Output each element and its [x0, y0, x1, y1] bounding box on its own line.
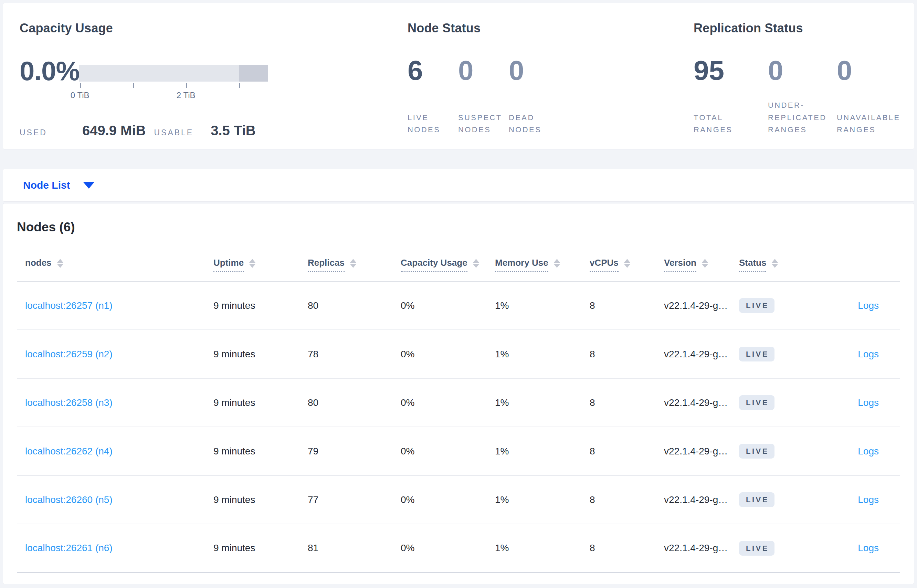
axis-tick	[80, 83, 81, 88]
table-row: localhost:26260 (n5) 9 minutes 77 0% 1% …	[17, 475, 900, 524]
sort-icon	[473, 259, 479, 268]
node-link[interactable]: localhost:26259 (n2)	[25, 349, 113, 359]
column-header-capacity-usage[interactable]: Capacity Usage	[401, 248, 495, 281]
table-row: localhost:26262 (n4) 9 minutes 79 0% 1% …	[17, 427, 900, 475]
logs-link[interactable]: Logs	[858, 446, 879, 457]
capacity-cell: 0%	[401, 378, 495, 427]
under-replicated-ranges-value: 0	[768, 55, 783, 86]
vcpus-cell: 8	[590, 281, 664, 330]
nodes-section-title: Nodes (6)	[17, 220, 75, 234]
unavailable-ranges-value: 0	[837, 55, 852, 86]
memory-cell: 1%	[495, 330, 590, 378]
suspect-nodes-label: SUSPECT NODES	[458, 111, 504, 136]
sort-icon	[554, 259, 560, 268]
memory-cell: 1%	[495, 427, 590, 475]
node-link[interactable]: localhost:26261 (n6)	[25, 543, 113, 553]
logs-link[interactable]: Logs	[858, 543, 879, 553]
sort-icon	[772, 259, 778, 268]
cluster-summary-card: Capacity Usage 0.0% 0 TiB 2 TiB USED 649…	[3, 3, 914, 149]
status-badge: LIVE	[739, 492, 775, 507]
table-row: localhost:26258 (n3) 9 minutes 80 0% 1% …	[17, 378, 900, 427]
vcpus-cell: 8	[590, 475, 664, 524]
dead-nodes-stat: 0 DEAD NODES	[509, 3, 567, 149]
logs-link[interactable]: Logs	[858, 397, 879, 408]
memory-cell: 1%	[495, 524, 590, 572]
capacity-usage-title: Capacity Usage	[19, 21, 113, 36]
sort-icon	[57, 259, 63, 268]
sort-icon	[702, 259, 708, 268]
capacity-cell: 0%	[401, 281, 495, 330]
node-status-panel: Node Status 6 LIVE NODES 0 SUSPECT NODES…	[408, 3, 694, 149]
used-label: USED	[19, 128, 47, 137]
capacity-cell: 0%	[401, 330, 495, 378]
unavailable-ranges-label: UNAVAILABLE RANGES	[837, 111, 911, 136]
node-link[interactable]: localhost:26262 (n4)	[25, 446, 113, 457]
suspect-nodes-value: 0	[458, 55, 474, 86]
suspect-nodes-stat: 0 SUSPECT NODES	[458, 3, 509, 149]
capacity-bar	[79, 65, 268, 82]
column-header-uptime[interactable]: Uptime	[213, 248, 308, 281]
capacity-footer: USED 649.9 MiB USABLE 3.5 TiB	[19, 123, 256, 138]
total-ranges-label: TOTAL RANGES	[694, 111, 747, 136]
memory-cell: 1%	[495, 475, 590, 524]
column-header-nodes[interactable]: nodes	[17, 248, 213, 281]
axis-tick-label: 0 TiB	[71, 90, 89, 100]
replicas-cell: 78	[308, 330, 401, 378]
logs-link[interactable]: Logs	[858, 494, 879, 505]
axis-tick	[133, 83, 134, 88]
column-header-status[interactable]: Status	[739, 248, 813, 281]
sort-icon	[350, 259, 356, 268]
version-cell: v22.1.4-29-g…	[664, 427, 739, 475]
sort-icon	[249, 259, 255, 268]
capacity-cell: 0%	[401, 524, 495, 572]
replicas-cell: 80	[308, 281, 401, 330]
table-row: localhost:26261 (n6) 9 minutes 81 0% 1% …	[17, 524, 900, 572]
replicas-cell: 81	[308, 524, 401, 572]
live-nodes-label: LIVE NODES	[408, 111, 453, 136]
capacity-used-percent: 0.0%	[19, 55, 79, 87]
axis-tick	[239, 83, 240, 88]
live-nodes-value: 6	[408, 55, 423, 86]
replicas-cell: 80	[308, 378, 401, 427]
uptime-cell: 9 minutes	[213, 475, 308, 524]
uptime-cell: 9 minutes	[213, 427, 308, 475]
column-header-memory-use[interactable]: Memory Use	[495, 248, 590, 281]
under-replicated-ranges-stat: 0 UNDER-REPLICATED RANGES	[768, 3, 837, 149]
nodes-card: Nodes (6) nodes Uptime Replicas	[3, 203, 914, 584]
replication-status-panel: Replication Status 95 TOTAL RANGES 0 UND…	[694, 3, 914, 149]
vcpus-cell: 8	[590, 524, 664, 572]
table-row: localhost:26257 (n1) 9 minutes 80 0% 1% …	[17, 281, 900, 330]
axis-tick-label: 2 TiB	[177, 90, 195, 100]
column-header-logs	[813, 248, 900, 281]
logs-link[interactable]: Logs	[858, 349, 879, 359]
sort-icon	[624, 259, 630, 268]
column-header-replicas[interactable]: Replicas	[308, 248, 401, 281]
logs-link[interactable]: Logs	[858, 300, 879, 311]
status-badge: LIVE	[739, 444, 775, 459]
node-link[interactable]: localhost:26258 (n3)	[25, 397, 113, 408]
vcpus-cell: 8	[590, 427, 664, 475]
chevron-down-icon[interactable]	[83, 182, 94, 189]
capacity-usage-panel: Capacity Usage 0.0% 0 TiB 2 TiB USED 649…	[3, 3, 408, 149]
node-list-dropdown[interactable]: Node List	[23, 179, 70, 191]
nodes-table: nodes Uptime Replicas Capacity Usage Mem…	[17, 248, 900, 573]
dead-nodes-value: 0	[509, 55, 524, 86]
total-ranges-value: 95	[694, 55, 724, 86]
version-cell: v22.1.4-29-g…	[664, 378, 739, 427]
under-replicated-ranges-label: UNDER-REPLICATED RANGES	[768, 99, 837, 136]
table-header-row: nodes Uptime Replicas Capacity Usage Mem…	[17, 248, 900, 281]
uptime-cell: 9 minutes	[213, 378, 308, 427]
vcpus-cell: 8	[590, 378, 664, 427]
replication-stats: 95 TOTAL RANGES 0 UNDER-REPLICATED RANGE…	[694, 3, 917, 149]
version-cell: v22.1.4-29-g…	[664, 330, 739, 378]
column-header-vcpus[interactable]: vCPUs	[590, 248, 664, 281]
dead-nodes-label: DEAD NODES	[509, 111, 554, 136]
column-header-version[interactable]: Version	[664, 248, 739, 281]
used-value: 649.9 MiB	[82, 123, 146, 138]
capacity-cell: 0%	[401, 427, 495, 475]
replicas-cell: 77	[308, 475, 401, 524]
version-cell: v22.1.4-29-g…	[664, 475, 739, 524]
node-link[interactable]: localhost:26260 (n5)	[25, 494, 113, 505]
capacity-bar-chart: 0 TiB 2 TiB	[79, 65, 268, 107]
node-link[interactable]: localhost:26257 (n1)	[25, 300, 113, 311]
